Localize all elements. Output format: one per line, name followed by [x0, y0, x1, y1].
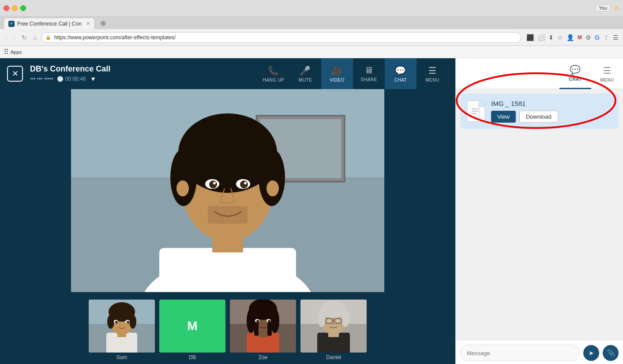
- chat-header: 💬 CHAT ☰ MENU: [456, 58, 623, 89]
- chat-messages: IMG _ 1581 View Download: [456, 89, 623, 340]
- participant-db: M DB: [159, 300, 225, 360]
- reload-button[interactable]: ↻: [20, 33, 29, 42]
- menu-button[interactable]: ☰ MENU: [417, 58, 448, 89]
- minimize-window-button[interactable]: [12, 5, 18, 11]
- chevron-down-icon[interactable]: ▾: [91, 75, 95, 83]
- download-button[interactable]: Download: [519, 111, 558, 123]
- svg-point-15: [209, 180, 217, 188]
- menu-tab-label: MENU: [600, 78, 614, 83]
- svg-point-57: [327, 319, 331, 323]
- participant-name-sam: Sam: [116, 354, 128, 360]
- you-badge: You: [596, 4, 610, 11]
- send-button[interactable]: ➤: [583, 345, 599, 361]
- participant-daniel: Daniel: [300, 300, 367, 360]
- tab-menu[interactable]: ☰ MENU: [591, 58, 623, 89]
- home-button[interactable]: ⌂: [31, 33, 38, 42]
- file-message: IMG _ 1581 View Download: [460, 94, 619, 129]
- conference-phone: ••• ••• •••••: [30, 76, 53, 82]
- chat-tab-icon: 💬: [570, 64, 581, 75]
- apps-label: Apps: [11, 49, 22, 55]
- close-window-button[interactable]: [4, 5, 9, 11]
- cast-icon: ⬛: [525, 33, 535, 42]
- app-container: ✕ DB's Conference Call ••• ••• ••••• 🕐 0…: [0, 58, 623, 364]
- conference-controls: 📞 HANG UP 🎤 MUTE 🎥 VIDEO 🖥 SHARE 💬: [258, 58, 448, 89]
- hang-up-label: HANG UP: [263, 78, 284, 83]
- menu-icon: ☰: [428, 65, 437, 76]
- video-icon: 🎥: [331, 65, 343, 76]
- chat-icon: 💬: [395, 65, 406, 76]
- menu-label: MENU: [425, 78, 439, 83]
- svg-point-18: [244, 182, 247, 184]
- video-button[interactable]: 🎥 VIDEO: [321, 58, 353, 89]
- participant-name-db: DB: [189, 354, 196, 360]
- conference-title: DB's Conference Call: [30, 64, 258, 74]
- clock-icon: 🕐: [57, 76, 64, 82]
- view-button[interactable]: View: [491, 111, 516, 123]
- file-details: IMG _ 1581 View Download: [491, 100, 612, 123]
- lock-icon: 🔒: [45, 35, 51, 40]
- close-conference-button[interactable]: ✕: [7, 66, 23, 82]
- attach-button[interactable]: 📎: [603, 345, 619, 361]
- mute-label: MUTE: [299, 78, 312, 83]
- svg-point-31: [127, 321, 129, 323]
- person-svg: [71, 89, 384, 292]
- browser-chrome: You ⚠ F Free Conference Call | Con ✕ ⊕ ‹…: [0, 0, 623, 58]
- menu-icon[interactable]: ☰: [612, 33, 619, 42]
- svg-rect-59: [470, 104, 480, 117]
- svg-point-52: [318, 309, 326, 327]
- maximize-window-button[interactable]: [20, 5, 26, 11]
- bookmarks-bar: ⠿ Apps: [0, 46, 623, 58]
- tab-favicon: F: [8, 21, 15, 27]
- svg-point-44: [256, 320, 259, 323]
- forward-button[interactable]: ›: [12, 33, 18, 42]
- download-icon: ⬇: [548, 33, 555, 42]
- send-icon: ➤: [589, 349, 594, 356]
- tab-chat[interactable]: 💬 CHAT: [559, 58, 591, 89]
- back-button[interactable]: ‹: [4, 33, 9, 42]
- svg-point-58: [336, 319, 340, 323]
- chat-input-area: ➤ 📎: [456, 340, 623, 364]
- address-wrapper: 🔒: [41, 32, 521, 43]
- svg-rect-40: [254, 309, 259, 336]
- chrome-settings-icon[interactable]: ⚙: [585, 33, 592, 42]
- main-video: [71, 89, 384, 292]
- mute-button[interactable]: 🎤 MUTE: [289, 58, 321, 89]
- svg-rect-19: [208, 206, 248, 224]
- active-tab[interactable]: F Free Conference Call | Con ✕: [4, 18, 95, 29]
- chat-button[interactable]: 💬 CHAT: [385, 58, 417, 89]
- traffic-lights: [4, 5, 26, 11]
- video-area: [0, 89, 455, 295]
- message-input[interactable]: [460, 345, 580, 361]
- avatar-icon: 👤: [566, 33, 575, 42]
- hang-up-button[interactable]: 📞 HANG UP: [258, 58, 289, 89]
- participant-initial-db: M: [187, 319, 197, 333]
- apps-dots-icon: ⠿: [4, 48, 9, 56]
- tab-bar: F Free Conference Call | Con ✕ ⊕: [0, 16, 623, 29]
- participant-thumb-zoe: [230, 300, 296, 353]
- share-label: SHARE: [361, 77, 377, 82]
- svg-point-27: [129, 315, 136, 329]
- conference-area: ✕ DB's Conference Call ••• ••• ••••• 🕐 0…: [0, 58, 455, 364]
- apps-button[interactable]: ⠿ Apps: [4, 48, 22, 56]
- svg-point-12: [266, 180, 279, 196]
- gmail-icon: M: [577, 34, 583, 41]
- svg-point-53: [342, 309, 349, 327]
- participant-avatar-db: M: [159, 300, 225, 353]
- address-input[interactable]: [41, 32, 521, 43]
- bookmark-icon[interactable]: ☆: [556, 33, 564, 42]
- file-name: IMG _ 1581: [491, 100, 612, 107]
- more-icon[interactable]: ⋮: [602, 33, 610, 42]
- new-tab-button[interactable]: ⊕: [97, 18, 109, 29]
- video-label: VIDEO: [330, 78, 345, 83]
- share-button[interactable]: 🖥 SHARE: [353, 58, 385, 89]
- participant-name-zoe: Zoe: [259, 354, 268, 360]
- svg-marker-60: [480, 104, 482, 106]
- svg-point-16: [240, 180, 248, 188]
- file-actions: View Download: [491, 111, 612, 123]
- hang-up-icon: 📞: [268, 65, 279, 76]
- title-bar: You ⚠: [0, 0, 623, 16]
- participant-zoe: Zoe: [230, 300, 296, 360]
- chat-label: CHAT: [394, 78, 407, 83]
- participant-name-daniel: Daniel: [326, 354, 341, 360]
- tab-close-button[interactable]: ✕: [86, 21, 90, 26]
